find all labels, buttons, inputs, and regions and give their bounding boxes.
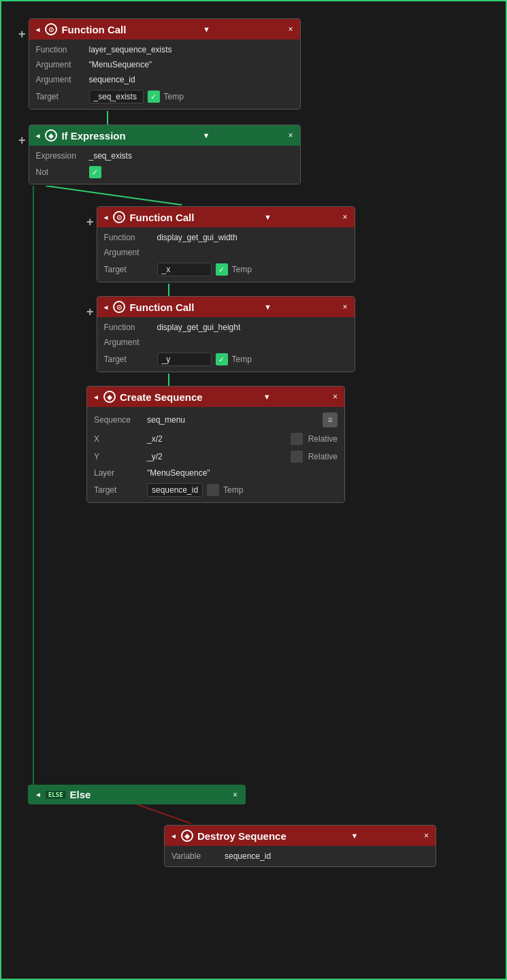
create-sequence-header: ◄ ◈ Create Sequence ▼ × xyxy=(87,387,344,407)
collapse-icon-ds[interactable]: ◄ xyxy=(170,832,177,840)
x-label: X xyxy=(94,434,142,444)
create-sequence-node: ◄ ◈ Create Sequence ▼ × Sequence seq_men… xyxy=(86,386,345,503)
y-relative-checkbox[interactable] xyxy=(291,451,303,463)
temp-label-1: Temp xyxy=(164,92,184,101)
add-button-1[interactable]: + xyxy=(18,28,26,40)
svg-line-1 xyxy=(137,804,191,823)
function-value-3: display_get_gui_height xyxy=(157,323,348,332)
function-label-2: Function xyxy=(104,233,152,242)
variable-label-ds: Variable xyxy=(171,851,219,861)
temp-label-2: Temp xyxy=(232,265,252,274)
target-input-3[interactable]: _y xyxy=(157,353,212,366)
collapse-icon-1[interactable]: ◄ xyxy=(35,26,42,33)
target-label-2: Target xyxy=(104,265,152,274)
target-input-1[interactable]: _seq_exists xyxy=(89,90,144,103)
collapse-icon-if[interactable]: ◄ xyxy=(35,132,42,140)
close-button-ds[interactable]: × xyxy=(423,831,430,840)
argument-value-1a: "MenuSequence" xyxy=(89,60,293,69)
close-button-else[interactable]: × xyxy=(231,790,239,800)
collapse-icon-else[interactable]: ◄ xyxy=(35,791,42,798)
argument-label-1b: Argument xyxy=(36,75,84,84)
collapse-icon-cs[interactable]: ◄ xyxy=(93,393,99,401)
x-relative-label: Relative xyxy=(308,434,338,444)
function-value-2: display_get_gui_width xyxy=(157,233,348,242)
function-call-header-1: ◄ ⊙ Function Call ▼ × xyxy=(29,19,300,39)
destroy-sequence-body: Variable sequence_id xyxy=(165,846,436,866)
temp-label-cs: Temp xyxy=(223,485,243,495)
function-call-body-2: Function display_get_gui_width Argument … xyxy=(97,227,355,282)
x-value: _x/2 xyxy=(147,434,285,444)
destroy-sequence-node: ◄ ◈ Destroy Sequence ▼ × Variable sequen… xyxy=(164,825,436,867)
dropdown-button-fc3[interactable]: ▼ xyxy=(263,303,273,311)
function-call-node-1: ◄ ⊙ Function Call ▼ × Function layer_seq… xyxy=(29,18,301,110)
collapse-icon-fc3[interactable]: ◄ xyxy=(103,304,110,311)
dropdown-button-cs[interactable]: ▼ xyxy=(262,393,272,401)
argument-label-2: Argument xyxy=(104,248,152,257)
y-label: Y xyxy=(94,452,142,461)
else-title: Else xyxy=(70,789,91,800)
x-relative-checkbox[interactable] xyxy=(291,433,303,445)
svg-line-0 xyxy=(46,186,182,205)
function-call-icon-2: ⊙ xyxy=(113,211,125,223)
create-sequence-icon: ◈ xyxy=(103,391,116,403)
function-call-body-3: Function display_get_gui_height Argument… xyxy=(97,317,355,372)
close-button-if[interactable]: × xyxy=(287,131,294,140)
function-call-title-2: Function Call xyxy=(129,212,194,223)
close-button-fc3[interactable]: × xyxy=(342,302,349,312)
create-sequence-body: Sequence seq_menu ≡ X _x/2 Relative Y xyxy=(87,407,344,502)
expression-label: Expression xyxy=(36,151,84,161)
function-value-1: layer_sequence_exists xyxy=(89,45,293,54)
layer-value: "MenuSequence" xyxy=(147,468,338,478)
target-label-cs: Target xyxy=(94,485,142,495)
variable-value-ds: sequence_id xyxy=(225,851,429,861)
layer-label: Layer xyxy=(94,468,142,478)
function-call-node-3: ◄ ⊙ Function Call ▼ × Function display_g… xyxy=(97,296,355,372)
function-label-1: Function xyxy=(36,45,84,54)
temp-checkbox-2[interactable]: ✓ xyxy=(216,263,228,276)
destroy-sequence-icon: ◈ xyxy=(181,830,193,842)
else-badge: ELSE xyxy=(46,791,66,799)
function-call-node-2: ◄ ⊙ Function Call ▼ × Function display_g… xyxy=(97,206,355,282)
not-checkbox[interactable]: ✓ xyxy=(89,166,101,178)
function-call-icon-3: ⊙ xyxy=(113,301,125,313)
close-button-1[interactable]: × xyxy=(287,24,295,34)
dropdown-button-if[interactable]: ▼ xyxy=(201,131,212,140)
function-call-body-1: Function layer_sequence_exists Argument … xyxy=(29,39,300,109)
close-button-cs[interactable]: × xyxy=(331,392,339,402)
target-input-2[interactable]: _x xyxy=(157,263,212,276)
if-expression-body: Expression _seq_exists Not ✓ xyxy=(29,146,300,184)
destroy-sequence-title: Destroy Sequence xyxy=(197,830,287,842)
doc-icon[interactable]: ≡ xyxy=(323,412,338,427)
target-input-cs[interactable]: sequence_id xyxy=(147,483,203,497)
if-expression-icon: ◈ xyxy=(45,129,57,142)
temp-checkbox-1[interactable]: ✓ xyxy=(148,91,160,103)
dropdown-button-ds[interactable]: ▼ xyxy=(349,832,359,840)
close-button-fc2[interactable]: × xyxy=(342,212,349,222)
collapse-icon-fc2[interactable]: ◄ xyxy=(103,214,110,221)
if-expression-title: If Expression xyxy=(61,130,125,142)
dropdown-button-1[interactable]: ▼ xyxy=(201,25,212,33)
temp-checkbox-3[interactable]: ✓ xyxy=(216,353,228,365)
temp-label-3: Temp xyxy=(232,355,252,364)
target-label-1: Target xyxy=(36,92,84,101)
add-button-fc2[interactable]: + xyxy=(86,216,94,228)
function-call-title-1: Function Call xyxy=(61,24,126,35)
argument-label-1a: Argument xyxy=(36,60,84,69)
argument-label-3: Argument xyxy=(104,338,152,347)
temp-checkbox-cs[interactable] xyxy=(207,484,219,496)
function-call-icon-1: ⊙ xyxy=(45,23,57,35)
target-label-3: Target xyxy=(104,355,152,364)
dropdown-button-fc2[interactable]: ▼ xyxy=(263,213,273,221)
create-sequence-title: Create Sequence xyxy=(120,391,203,403)
if-expression-node: ◄ ◈ If Expression ▼ × Expression _seq_ex… xyxy=(29,125,301,184)
add-button-2[interactable]: + xyxy=(18,134,26,146)
not-label: Not xyxy=(36,167,84,177)
expression-value: _seq_exists xyxy=(89,151,293,161)
destroy-sequence-header: ◄ ◈ Destroy Sequence ▼ × xyxy=(165,826,436,846)
function-label-3: Function xyxy=(104,323,152,332)
argument-value-1b: sequence_id xyxy=(89,75,293,84)
add-button-fc3[interactable]: + xyxy=(86,306,94,318)
y-relative-label: Relative xyxy=(308,452,338,461)
function-call-header-2: ◄ ⊙ Function Call ▼ × xyxy=(97,207,355,227)
sequence-value: seq_menu xyxy=(147,415,317,425)
